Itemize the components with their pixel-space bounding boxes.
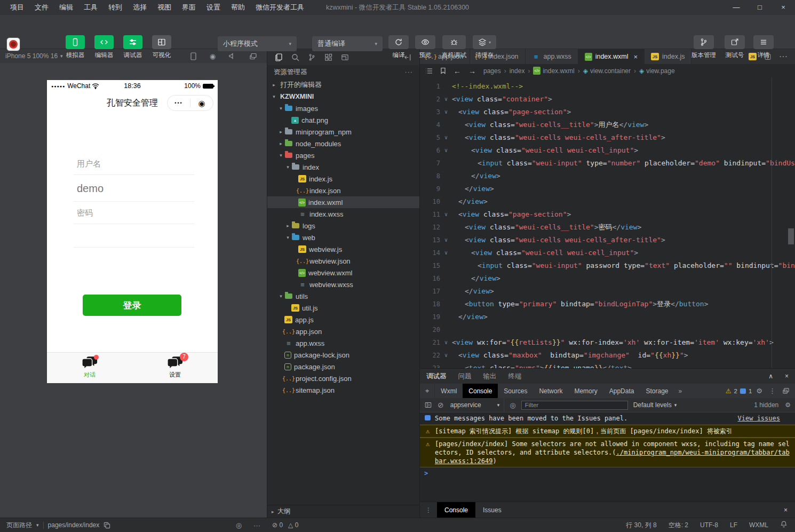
close-icon[interactable]: × bbox=[634, 53, 638, 61]
clear-console-icon[interactable]: ⊘ bbox=[438, 401, 444, 409]
tree-item-util.js[interactable]: JSutil.js bbox=[267, 302, 419, 314]
editor-tab-index.wxml[interactable]: </>index.wxml× bbox=[578, 49, 645, 64]
fold-icon[interactable]: ∨ bbox=[440, 144, 452, 157]
gear-icon[interactable]: ⚙ bbox=[785, 401, 791, 409]
extensions-icon[interactable] bbox=[324, 53, 332, 61]
devtools-tab-Memory[interactable]: Memory bbox=[568, 384, 603, 398]
more-icon[interactable]: ··· bbox=[779, 52, 788, 61]
menu-item-帮助[interactable]: 帮助 bbox=[226, 0, 250, 15]
message-icon[interactable] bbox=[740, 388, 746, 394]
device-selector[interactable]: iPhone 5 100% 16 bbox=[5, 52, 58, 60]
project-root[interactable]: ▾KZWXMINI bbox=[267, 91, 419, 102]
status-indent-setting[interactable]: 空格: 2 bbox=[669, 521, 688, 530]
mode-select[interactable]: 小程序模式 ▾ bbox=[218, 36, 297, 51]
overflow-chevron-icon[interactable]: » bbox=[674, 387, 686, 395]
debugger-tab-输出[interactable]: 输出 bbox=[483, 372, 497, 381]
devtools-tab-AppData[interactable]: AppData bbox=[603, 384, 640, 398]
menu-item-微信开发者工具[interactable]: 微信开发者工具 bbox=[251, 0, 309, 15]
tree-item-index[interactable]: ▾index bbox=[267, 161, 419, 173]
menu-item-工具[interactable]: 工具 bbox=[79, 0, 102, 15]
device-debug-button[interactable]: 真机调试 bbox=[442, 35, 466, 59]
outline-section[interactable]: ▸ 大纲 bbox=[267, 505, 419, 518]
fold-icon[interactable]: ∨ bbox=[440, 234, 452, 247]
capsule-more-icon[interactable]: ••• bbox=[168, 100, 190, 106]
list-icon[interactable] bbox=[425, 68, 433, 74]
dots-vertical-icon[interactable]: ⋮ bbox=[769, 387, 776, 395]
breadcrumb-item-view.container[interactable]: ◈view.container bbox=[583, 67, 631, 75]
tree-item-index.json[interactable]: {..}index.json bbox=[267, 185, 419, 196]
debugger-tab-调试器[interactable]: 调试器 bbox=[426, 372, 447, 381]
view-issues-link[interactable]: View issues bbox=[738, 414, 791, 423]
test-account-button[interactable]: 测试号 bbox=[725, 35, 745, 59]
fold-icon[interactable]: ∨ bbox=[440, 349, 452, 362]
compile-mode-select[interactable]: 普通编译 ▾ bbox=[312, 36, 383, 51]
drawer-tab-Issues[interactable]: Issues bbox=[475, 502, 509, 518]
js-quick-icon[interactable]: JS bbox=[749, 53, 757, 60]
tree-item-webview.json[interactable]: {..}webview.json bbox=[267, 255, 419, 267]
tree-item-webview.wxml[interactable]: </>webview.wxml bbox=[267, 267, 419, 279]
devtools-tab-Sources[interactable]: Sources bbox=[498, 384, 533, 398]
search-icon[interactable] bbox=[291, 53, 299, 61]
live-expression-icon[interactable]: ◎ bbox=[510, 401, 515, 409]
menu-item-编辑[interactable]: 编辑 bbox=[54, 0, 78, 15]
status-language-mode[interactable]: WXML bbox=[749, 521, 768, 529]
capsule-menu[interactable]: ••• ◉ bbox=[167, 95, 213, 111]
tree-item-chat.png[interactable]: ▴chat.png bbox=[267, 114, 419, 126]
record-icon[interactable]: ◉ bbox=[210, 52, 216, 60]
problems-summary[interactable]: ⊘ 0 △ 0 bbox=[267, 521, 420, 529]
editor-tab-index.js[interactable]: JSindex.js bbox=[645, 49, 691, 64]
fold-icon[interactable]: ∨ bbox=[440, 247, 452, 259]
levels-select[interactable]: Default levels ▾ bbox=[633, 401, 677, 409]
collapse-up-icon[interactable]: ∧ bbox=[768, 372, 773, 380]
breadcrumb-item-index[interactable]: index bbox=[510, 67, 525, 75]
breadcrumb-item-view.page[interactable]: ◈view.page bbox=[639, 67, 675, 75]
tree-item-web[interactable]: ▾web bbox=[267, 232, 419, 243]
status-eol[interactable]: LF bbox=[730, 521, 737, 529]
forward-icon[interactable]: → bbox=[468, 67, 476, 75]
tree-item-logs[interactable]: ▸logs bbox=[267, 220, 419, 232]
code-editor[interactable]: 1<!--index.wxml-->2∨<view class="contain… bbox=[420, 77, 795, 368]
tree-item-index.js[interactable]: JSindex.js bbox=[267, 173, 419, 185]
模拟器-toggle-button[interactable]: 模拟器 bbox=[64, 35, 86, 59]
tree-item-index.wxml[interactable]: </>index.wxml bbox=[267, 196, 419, 208]
可视化-toggle-button[interactable]: 可视化 bbox=[150, 35, 173, 59]
gear-icon[interactable]: ⚙ bbox=[756, 387, 762, 395]
minimize-icon[interactable]: — bbox=[725, 0, 748, 15]
dock-icon[interactable] bbox=[782, 387, 790, 394]
bell-icon[interactable] bbox=[780, 520, 788, 530]
menu-item-界面[interactable]: 界面 bbox=[177, 0, 201, 15]
fold-icon[interactable]: ∨ bbox=[440, 336, 452, 349]
editor-tab-app.wxss[interactable]: ≡app.wxss bbox=[526, 49, 578, 64]
console-sidebar-icon[interactable] bbox=[424, 401, 432, 409]
context-select[interactable]: appservice ▾ bbox=[449, 398, 505, 412]
files-icon[interactable] bbox=[275, 53, 283, 61]
tree-item-pages[interactable]: ▾pages bbox=[267, 149, 419, 161]
device-frame-icon[interactable] bbox=[190, 52, 197, 60]
inspect-icon[interactable]: ⌖ bbox=[420, 384, 435, 398]
tree-item-miniprogram_npm[interactable]: ▸miniprogram_npm bbox=[267, 126, 419, 138]
page-path-label[interactable]: 页面路径 bbox=[6, 521, 32, 530]
username-input[interactable] bbox=[74, 175, 194, 202]
tree-item-utils[interactable]: ▾utils bbox=[267, 290, 419, 302]
warning-icon[interactable]: ⚠ bbox=[726, 387, 732, 395]
watch-icon[interactable]: ◎ bbox=[236, 521, 242, 529]
tree-item-sitemap.json[interactable]: {..}sitemap.json bbox=[267, 384, 419, 396]
login-button[interactable]: 登录 bbox=[83, 295, 181, 316]
console-prompt[interactable]: > bbox=[420, 467, 795, 479]
editor-layout-icon[interactable] bbox=[341, 53, 349, 61]
tree-item-app.wxss[interactable]: ≡app.wxss bbox=[267, 337, 419, 349]
编辑器-toggle-button[interactable]: 编辑器 bbox=[93, 35, 115, 59]
dots-vertical-icon[interactable]: ⋮ bbox=[420, 506, 437, 514]
menu-item-转到[interactable]: 转到 bbox=[104, 0, 127, 15]
tree-item-webview.js[interactable]: JSwebview.js bbox=[267, 243, 419, 255]
tree-item-webview.wxss[interactable]: ≡webview.wxss bbox=[267, 279, 419, 290]
status-cursor-position[interactable]: 行 30, 列 8 bbox=[626, 521, 656, 530]
fold-icon[interactable]: ∨ bbox=[440, 208, 452, 221]
menu-item-视图[interactable]: 视图 bbox=[153, 0, 176, 15]
debugger-tab-终端[interactable]: 终端 bbox=[508, 372, 522, 381]
devtools-tab-Wxml[interactable]: Wxml bbox=[435, 384, 463, 398]
drawer-tab-Console[interactable]: Console bbox=[437, 502, 475, 518]
copy-icon[interactable] bbox=[104, 522, 110, 529]
menu-item-设置[interactable]: 设置 bbox=[202, 0, 225, 15]
fold-icon[interactable]: ∨ bbox=[440, 93, 452, 106]
